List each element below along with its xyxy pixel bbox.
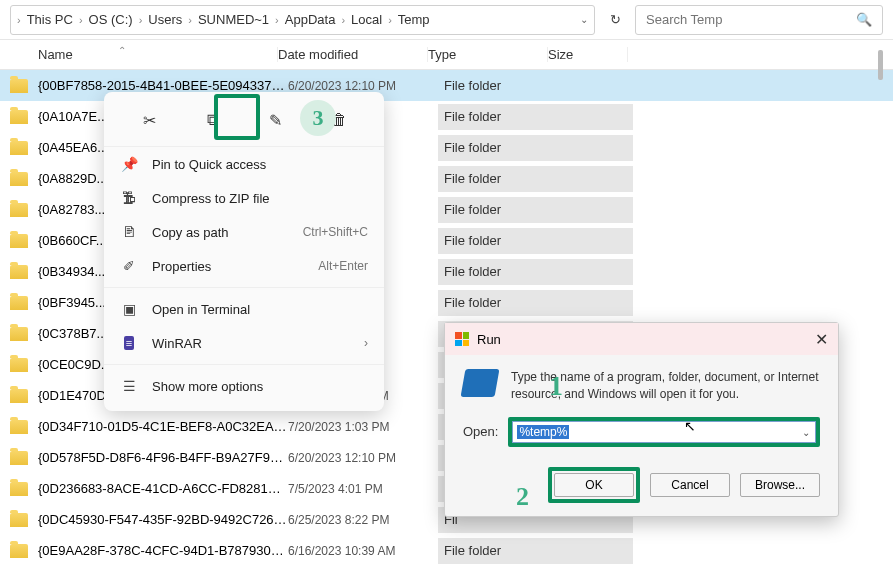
- table-row[interactable]: {0E9AA28F-378C-4CFC-94D1-B787930793...6/…: [0, 535, 893, 566]
- chevron-down-icon[interactable]: ⌄: [802, 426, 810, 437]
- ctx-properties[interactable]: ✐ Properties Alt+Enter: [104, 249, 384, 283]
- search-box[interactable]: 🔍: [635, 5, 883, 35]
- column-headers: Name ⌃ Date modified Type Size: [0, 40, 893, 70]
- folder-icon: [10, 482, 28, 496]
- file-date: 6/25/2023 8:22 PM: [288, 513, 438, 527]
- winrar-icon: ≡: [120, 336, 138, 350]
- terminal-icon: ▣: [120, 301, 138, 317]
- address-bar: › This PC › OS (C:) › Users › SUNMED~1 ›…: [0, 0, 893, 40]
- run-dialog: Run ✕ Type the name of a program, folder…: [444, 322, 839, 517]
- col-type[interactable]: Type: [428, 47, 548, 62]
- run-titlebar[interactable]: Run ✕: [445, 323, 838, 355]
- properties-icon: ✐: [120, 258, 138, 274]
- context-menu: ✂ ⧉ ✎ 🗑 📌 Pin to Quick access 🗜 Compress…: [104, 92, 384, 411]
- file-date: 7/5/2023 4:01 PM: [288, 482, 438, 496]
- breadcrumb-item[interactable]: Users: [148, 12, 182, 27]
- folder-icon: [10, 327, 28, 341]
- file-type: File folder: [438, 135, 633, 161]
- search-input[interactable]: [646, 12, 856, 27]
- file-date: 6/20/2023 12:10 PM: [288, 79, 438, 93]
- run-body: Type the name of a program, folder, docu…: [445, 355, 838, 413]
- chevron-right-icon: ›: [139, 14, 143, 26]
- file-type: File folder: [438, 259, 633, 285]
- run-open-row: Open: %temp% ⌄: [445, 413, 838, 451]
- ctx-zip[interactable]: 🗜 Compress to ZIP file: [104, 181, 384, 215]
- file-name: {0D236683-8ACE-41CD-A6CC-FD8281EA...: [38, 481, 288, 496]
- pin-icon: 📌: [120, 156, 138, 172]
- run-open-label: Open:: [463, 424, 498, 439]
- scrollbar-thumb[interactable]: [878, 50, 883, 80]
- folder-icon: [10, 234, 28, 248]
- folder-icon: [10, 513, 28, 527]
- breadcrumb-item[interactable]: Local: [351, 12, 382, 27]
- windows-icon: [455, 332, 469, 346]
- folder-icon: [10, 265, 28, 279]
- file-name: {0E9AA28F-378C-4CFC-94D1-B787930793...: [38, 543, 288, 558]
- annotation-badge-1: 1: [549, 370, 563, 402]
- folder-icon: [10, 358, 28, 372]
- close-icon[interactable]: ✕: [815, 330, 828, 349]
- folder-icon: [10, 79, 28, 93]
- copy-icon[interactable]: ⧉: [199, 106, 227, 134]
- breadcrumb[interactable]: › This PC › OS (C:) › Users › SUNMED~1 ›…: [10, 5, 595, 35]
- folder-icon: [10, 389, 28, 403]
- ok-button[interactable]: OK: [554, 473, 634, 497]
- col-size[interactable]: Size: [548, 47, 628, 62]
- ctx-winrar-label: WinRAR: [152, 336, 350, 351]
- chevron-right-icon: ›: [341, 14, 345, 26]
- annotation-box-2: OK: [548, 467, 640, 503]
- annotation-badge-3: 3: [300, 100, 336, 136]
- ctx-pin-label: Pin to Quick access: [152, 157, 368, 172]
- run-input[interactable]: %temp%: [512, 421, 816, 443]
- annotation-badge-2: 2: [516, 482, 529, 512]
- ctx-props-label: Properties: [152, 259, 304, 274]
- ctx-copy-sc: Ctrl+Shift+C: [303, 225, 368, 239]
- chevron-down-icon[interactable]: ⌄: [580, 14, 588, 25]
- cut-icon[interactable]: ✂: [136, 106, 164, 134]
- more-icon: ☰: [120, 378, 138, 394]
- file-name: {00BF7858-2015-4B41-0BEE-5E094337EB...: [38, 78, 288, 93]
- sort-asc-icon: ⌃: [118, 45, 126, 56]
- breadcrumb-item[interactable]: Temp: [398, 12, 430, 27]
- ctx-more[interactable]: ☰ Show more options: [104, 369, 384, 403]
- file-name: {0D578F5D-D8F6-4F96-B4FF-B9A27F9B9F...: [38, 450, 288, 465]
- file-type: File folder: [438, 104, 633, 130]
- file-date: 7/20/2023 1:03 PM: [288, 420, 438, 434]
- file-date: 6/20/2023 12:10 PM: [288, 451, 438, 465]
- ctx-terminal-label: Open in Terminal: [152, 302, 368, 317]
- breadcrumb-item[interactable]: This PC: [27, 12, 73, 27]
- refresh-button[interactable]: ↻: [603, 12, 627, 27]
- search-icon[interactable]: 🔍: [856, 12, 872, 27]
- ctx-separator: [104, 287, 384, 288]
- folder-icon: [10, 544, 28, 558]
- breadcrumb-item[interactable]: OS (C:): [89, 12, 133, 27]
- ctx-winrar[interactable]: ≡ WinRAR ›: [104, 326, 384, 360]
- col-name-label: Name: [38, 47, 73, 62]
- ctx-terminal[interactable]: ▣ Open in Terminal: [104, 292, 384, 326]
- run-buttons: OK Cancel Browse...: [445, 451, 838, 519]
- path-icon: 🖹: [120, 224, 138, 240]
- file-type: File folder: [438, 73, 633, 99]
- run-title-text: Run: [477, 332, 501, 347]
- folder-icon: [10, 141, 28, 155]
- rename-icon[interactable]: ✎: [262, 106, 290, 134]
- ctx-pin[interactable]: 📌 Pin to Quick access: [104, 147, 384, 181]
- cancel-button[interactable]: Cancel: [650, 473, 730, 497]
- chevron-right-icon: ›: [275, 14, 279, 26]
- ctx-separator: [104, 364, 384, 365]
- folder-icon: [10, 296, 28, 310]
- col-date[interactable]: Date modified: [278, 47, 428, 62]
- folder-icon: [10, 451, 28, 465]
- file-type: File folder: [438, 538, 633, 564]
- folder-icon: [10, 203, 28, 217]
- browse-button[interactable]: Browse...: [740, 473, 820, 497]
- file-type: File folder: [438, 166, 633, 192]
- ctx-copy-path[interactable]: 🖹 Copy as path Ctrl+Shift+C: [104, 215, 384, 249]
- file-date: 6/16/2023 10:39 AM: [288, 544, 438, 558]
- breadcrumb-item[interactable]: SUNMED~1: [198, 12, 269, 27]
- file-name: {0D34F710-01D5-4C1E-BEF8-A0C32EA32...: [38, 419, 288, 434]
- file-type: File folder: [438, 197, 633, 223]
- breadcrumb-item[interactable]: AppData: [285, 12, 336, 27]
- folder-icon: [10, 172, 28, 186]
- col-name[interactable]: Name ⌃: [38, 47, 278, 62]
